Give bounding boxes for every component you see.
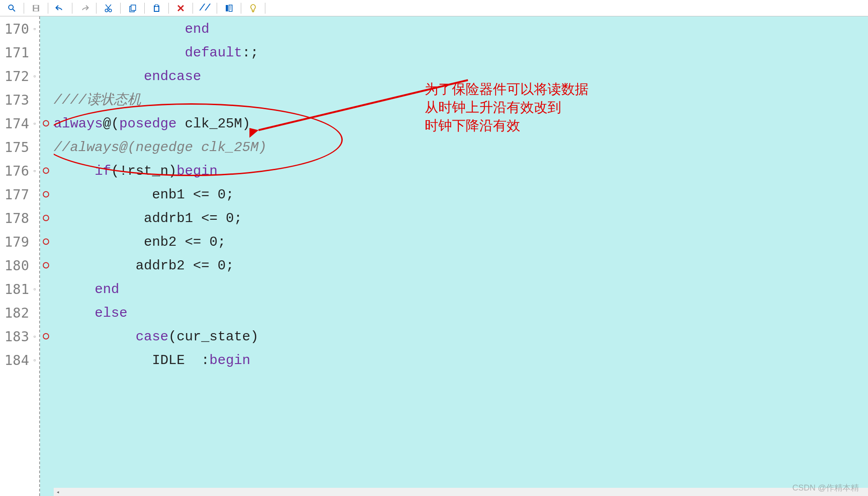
undo-icon[interactable]	[50, 1, 70, 15]
fold-cell	[32, 207, 39, 230]
code-line[interactable]: case(cur_state)	[54, 325, 868, 349]
breakpoint-cell[interactable]	[40, 65, 54, 88]
delete-icon[interactable]	[171, 1, 191, 15]
breakpoint-cell[interactable]	[40, 254, 54, 278]
svg-rect-13	[155, 7, 158, 11]
fold-cell[interactable]: ▫	[32, 112, 39, 136]
svg-point-0	[9, 5, 13, 10]
separator	[241, 3, 241, 14]
hint-icon[interactable]	[243, 1, 263, 15]
line-number: 179	[0, 230, 29, 254]
text-token	[54, 21, 185, 37]
line-number: 173	[0, 88, 29, 112]
fold-cell	[32, 254, 39, 278]
line-number: 181	[0, 278, 29, 301]
code-area[interactable]: 为了保险器件可以将读数据 从时钟上升沿有效改到 时钟下降沿有效 end defa…	[54, 16, 868, 496]
svg-rect-17	[229, 5, 232, 11]
code-line[interactable]: IDLE :begin	[54, 349, 868, 372]
code-line[interactable]: default:;	[54, 41, 868, 65]
breakpoint-cell[interactable]	[40, 325, 54, 349]
breakpoint-cell[interactable]	[40, 88, 54, 112]
line-number: 170	[0, 17, 29, 41]
line-number: 182	[0, 301, 29, 325]
separator	[72, 3, 72, 14]
breakpoint-cell[interactable]	[40, 349, 54, 372]
svg-point-6	[109, 9, 112, 12]
breakpoint-cell[interactable]	[40, 136, 54, 159]
breakpoint-cell[interactable]	[40, 183, 54, 207]
code-line[interactable]: enb2 <= 0;	[54, 230, 868, 254]
fold-marker-icon[interactable]: ▫	[33, 120, 38, 126]
copy-icon[interactable]	[122, 1, 142, 15]
breakpoint-marker-icon[interactable]	[43, 238, 49, 245]
code-line[interactable]: addrb2 <= 0;	[54, 254, 868, 278]
separator	[120, 3, 121, 14]
text-token: addrb2 <= 0;	[54, 258, 234, 273]
editor: 1701711721731741751761771781791801811821…	[0, 16, 868, 496]
fold-cell	[32, 88, 39, 112]
breakpoint-cell[interactable]	[40, 230, 54, 254]
search-icon[interactable]	[2, 1, 22, 15]
code-line[interactable]: else	[54, 301, 868, 325]
redo-icon[interactable]	[74, 1, 94, 15]
fold-cell	[32, 41, 39, 65]
comment-icon[interactable]: //	[195, 1, 215, 15]
breakpoint-gutter[interactable]	[40, 16, 54, 496]
separator	[96, 3, 96, 14]
breakpoint-marker-icon[interactable]	[43, 215, 49, 221]
breakpoint-cell[interactable]	[40, 278, 54, 301]
line-number-gutter: 1701711721731741751761771781791801811821…	[0, 16, 32, 496]
text-token: enb1 <= 0;	[54, 187, 234, 202]
separator	[24, 3, 24, 14]
keyword-token: default	[185, 45, 242, 61]
code-line[interactable]: addrb1 <= 0;	[54, 207, 868, 230]
fold-marker-icon[interactable]: ▫	[33, 333, 38, 339]
breakpoint-cell[interactable]	[40, 112, 54, 136]
fold-cell[interactable]: ▫	[32, 325, 39, 349]
breakpoint-marker-icon[interactable]	[43, 333, 49, 339]
line-number: 177	[0, 183, 29, 207]
fold-cell	[32, 183, 39, 207]
breakpoint-cell[interactable]	[40, 41, 54, 65]
fold-cell[interactable]: ▫	[32, 159, 39, 183]
breakpoint-cell[interactable]	[40, 17, 54, 41]
keyword-token: end	[185, 21, 209, 37]
breakpoint-marker-icon[interactable]	[43, 167, 49, 174]
line-number: 174	[0, 112, 29, 136]
fold-marker-icon[interactable]: ▫	[33, 25, 38, 31]
breakpoint-cell[interactable]	[40, 159, 54, 183]
fold-cell	[32, 301, 39, 325]
fold-marker-icon[interactable]: ▫	[33, 73, 38, 78]
watermark: CSDN @作精本精	[792, 482, 859, 493]
breakpoint-marker-icon[interactable]	[43, 262, 49, 268]
text-token: enb2 <= 0;	[54, 234, 226, 250]
fold-cell[interactable]: ▫	[32, 278, 39, 301]
fold-marker-icon[interactable]: ▫	[33, 286, 38, 291]
code-line[interactable]: end	[54, 17, 868, 41]
line-number: 175	[0, 136, 29, 159]
code-line[interactable]: enb1 <= 0;	[54, 183, 868, 207]
save-icon[interactable]	[26, 1, 46, 15]
svg-rect-4	[34, 9, 38, 11]
fold-cell[interactable]: ▫	[32, 17, 39, 41]
breakpoint-cell[interactable]	[40, 207, 54, 230]
toolbar: //	[0, 0, 868, 16]
fold-cell[interactable]: ▫	[32, 349, 39, 372]
annotation-line: 从时钟上升沿有效改到	[425, 98, 589, 116]
horizontal-scrollbar[interactable]: ◂	[54, 488, 868, 496]
breakpoint-marker-icon[interactable]	[43, 120, 49, 127]
fold-gutter: ▫▫▫▫▫▫▫	[32, 16, 40, 496]
line-number: 171	[0, 41, 29, 65]
scroll-left-icon[interactable]: ◂	[54, 488, 62, 496]
fold-cell[interactable]: ▫	[32, 65, 39, 88]
code-line[interactable]: end	[54, 278, 868, 301]
fold-marker-icon[interactable]: ▫	[33, 357, 38, 362]
breakpoint-marker-icon[interactable]	[43, 191, 49, 197]
cut-icon[interactable]	[98, 1, 118, 15]
paste-icon[interactable]	[147, 1, 167, 15]
fold-cell	[32, 136, 39, 159]
fold-marker-icon[interactable]: ▫	[33, 167, 38, 173]
format-icon[interactable]	[219, 1, 239, 15]
breakpoint-cell[interactable]	[40, 301, 54, 325]
text-token	[54, 305, 95, 321]
